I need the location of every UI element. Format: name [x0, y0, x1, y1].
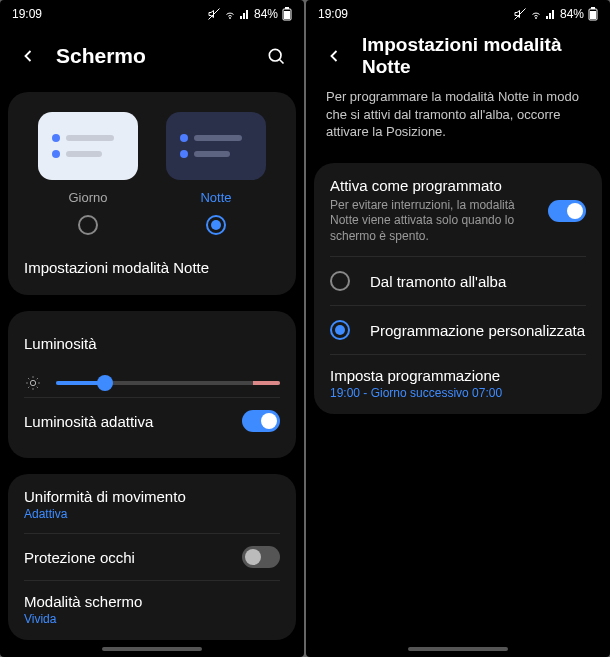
display-options-card: Uniformità di movimento Adattiva Protezi… [8, 474, 296, 640]
statusbar: 19:09 84% [306, 0, 610, 28]
page-title: Schermo [56, 44, 248, 68]
nav-handle[interactable] [408, 647, 508, 651]
option-sunset-row[interactable]: Dal tramonto all'alba [330, 257, 586, 305]
theme-option-night[interactable]: Notte [166, 112, 266, 235]
statusbar: 19:09 84% [0, 0, 304, 28]
option-sunset-radio[interactable] [330, 271, 350, 291]
svg-point-1 [229, 18, 230, 19]
motion-row[interactable]: Uniformità di movimento Adattiva [24, 488, 280, 533]
scheduled-label: Attiva come programmato [330, 177, 538, 194]
option-custom-radio[interactable] [330, 320, 350, 340]
battery-icon [282, 7, 292, 21]
scheduled-toggle[interactable] [548, 200, 586, 222]
svg-rect-20 [590, 11, 596, 19]
theme-preview-day [38, 112, 138, 180]
svg-line-14 [28, 387, 29, 388]
theme-radio-night[interactable] [206, 215, 226, 235]
status-right: 84% [514, 7, 598, 21]
svg-line-10 [28, 378, 29, 379]
screen-mode-value: Vivida [24, 612, 280, 626]
header: Schermo [0, 28, 304, 84]
brightness-card: Luminosità Luminosità adattiva [8, 311, 296, 458]
svg-point-7 [30, 380, 35, 385]
screen-mode-row[interactable]: Modalità schermo Vivida [24, 581, 280, 626]
theme-preview-night [166, 112, 266, 180]
set-schedule-value: 19:00 - Giorno successivo 07:00 [330, 386, 586, 400]
night-settings-row[interactable]: Impostazioni modalità Notte [24, 241, 280, 281]
svg-rect-4 [284, 11, 290, 19]
adaptive-brightness-label: Luminosità adattiva [24, 413, 153, 430]
motion-value: Adattiva [24, 507, 280, 521]
scheduled-desc: Per evitare interruzioni, la modalità No… [330, 198, 538, 245]
screen-display: 19:09 84% Schermo [0, 0, 304, 657]
motion-label: Uniformità di movimento [24, 488, 280, 505]
status-time: 19:09 [318, 7, 348, 21]
back-button[interactable] [16, 44, 40, 68]
adaptive-brightness-row[interactable]: Luminosità adattiva [24, 398, 280, 444]
status-right: 84% [208, 7, 292, 21]
battery-icon [588, 7, 598, 21]
option-custom-row[interactable]: Programmazione personalizzata [330, 306, 586, 354]
eye-protection-toggle[interactable] [242, 546, 280, 568]
night-settings-label: Impostazioni modalità Notte [24, 259, 209, 276]
sun-icon [24, 375, 42, 391]
status-time: 19:09 [12, 7, 42, 21]
set-schedule-row[interactable]: Imposta programmazione 19:00 - Giorno su… [330, 355, 586, 400]
search-button[interactable] [264, 44, 288, 68]
theme-radio-day[interactable] [78, 215, 98, 235]
theme-label-day: Giorno [68, 190, 107, 205]
battery-text: 84% [254, 7, 278, 21]
eye-protection-label: Protezione occhi [24, 549, 135, 566]
header: Impostazioni modalità Notte [306, 28, 610, 84]
back-button[interactable] [322, 44, 346, 68]
brightness-label: Luminosità [24, 335, 97, 352]
schedule-card: Attiva come programmato Per evitare inte… [314, 163, 602, 415]
theme-option-day[interactable]: Giorno [38, 112, 138, 235]
eye-protection-row[interactable]: Protezione occhi [24, 534, 280, 580]
nav-handle[interactable] [102, 647, 202, 651]
scheduled-row[interactable]: Attiva come programmato Per evitare inte… [330, 177, 586, 257]
screen-mode-label: Modalità schermo [24, 593, 280, 610]
svg-line-15 [37, 378, 38, 379]
mute-icon [514, 8, 526, 20]
svg-rect-3 [285, 7, 289, 9]
svg-point-17 [535, 18, 536, 19]
wifi-icon [530, 8, 542, 20]
signal-icon [546, 9, 556, 19]
mute-icon [208, 8, 220, 20]
page-title: Impostazioni modalità Notte [362, 34, 594, 78]
option-custom-label: Programmazione personalizzata [370, 322, 585, 339]
svg-rect-19 [591, 7, 595, 9]
wifi-icon [224, 8, 236, 20]
svg-line-6 [280, 60, 284, 64]
screen-night-settings: 19:09 84% Impostazioni modalità Notte Pe… [306, 0, 610, 657]
theme-label-night: Notte [200, 190, 231, 205]
intro-text: Per programmare la modalità Notte in mod… [306, 84, 610, 155]
battery-text: 84% [560, 7, 584, 21]
svg-point-5 [269, 49, 281, 61]
set-schedule-label: Imposta programmazione [330, 367, 586, 384]
theme-card: Giorno Notte Impostazioni modalità Notte [8, 92, 296, 295]
adaptive-brightness-toggle[interactable] [242, 410, 280, 432]
brightness-slider[interactable] [56, 381, 280, 385]
signal-icon [240, 9, 250, 19]
option-sunset-label: Dal tramonto all'alba [370, 273, 506, 290]
svg-line-11 [37, 387, 38, 388]
